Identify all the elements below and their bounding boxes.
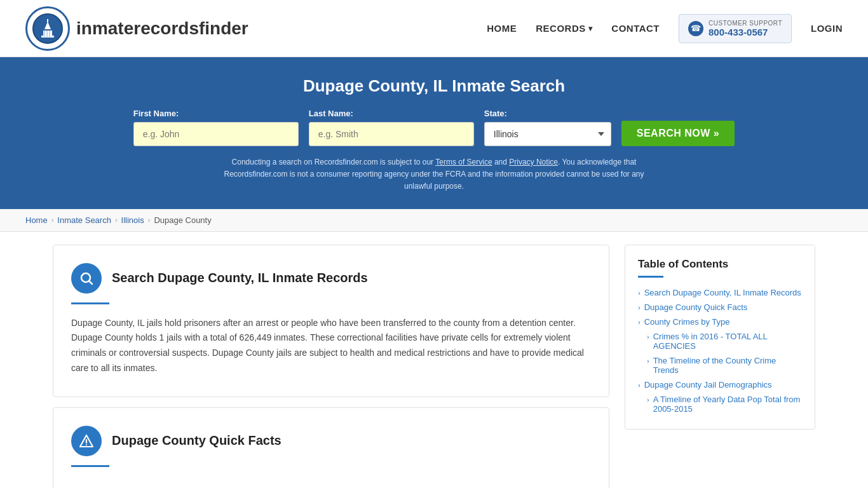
toc-link-6[interactable]: ›A Timeline of Yearly Data Pop Total fro…	[638, 395, 802, 414]
state-select[interactable]: Illinois	[484, 122, 611, 146]
toc-link-0[interactable]: ›Search Dupage County, IL Inmate Records	[638, 288, 802, 297]
breadcrumb-home[interactable]: Home	[25, 215, 48, 225]
table-of-contents: Table of Contents ›Search Dupage County,…	[625, 245, 815, 430]
login-button[interactable]: LOGIN	[811, 23, 843, 34]
alert-icon	[71, 426, 102, 456]
toc-title: Table of Contents	[638, 258, 802, 271]
toc-divider	[638, 276, 663, 278]
terms-link[interactable]: Terms of Service	[435, 158, 492, 166]
breadcrumb-inmate-search[interactable]: Inmate Search	[57, 215, 111, 225]
svg-rect-7	[49, 30, 50, 37]
toc-item: ›The Timeline of the County Crime Trends	[638, 356, 802, 375]
content-left: Search Dupage County, IL Inmate Records …	[53, 245, 609, 488]
customer-support-box[interactable]: ☎ CUSTOMER SUPPORT 800-433-0567	[679, 14, 792, 43]
toc-link-1[interactable]: ›Dupage County Quick Facts	[638, 302, 802, 312]
site-header: inmaterecordsfinder HOME RECORDS ▾ CONTA…	[0, 0, 868, 57]
toc-item: ›A Timeline of Yearly Data Pop Total fro…	[638, 395, 802, 414]
toc-item: ›County Crimes by Type	[638, 317, 802, 327]
toc-list: ›Search Dupage County, IL Inmate Records…	[638, 288, 802, 414]
chevron-right-icon: ›	[647, 357, 649, 365]
hero-section: Dupage County, IL Inmate Search First Na…	[0, 57, 868, 209]
hero-title: Dupage County, IL Inmate Search	[25, 76, 843, 96]
section2-title: Dupage County Quick Facts	[112, 433, 281, 448]
section-quick-facts: Dupage County Quick Facts	[53, 407, 609, 488]
chevron-right-icon: ›	[638, 318, 641, 326]
first-name-input[interactable]	[133, 122, 299, 146]
toc-box: Table of Contents ›Search Dupage County,…	[625, 245, 815, 430]
support-number: 800-433-0567	[709, 27, 782, 37]
phone-icon: ☎	[688, 21, 703, 36]
last-name-group: Last Name:	[309, 109, 474, 146]
toc-link-2[interactable]: ›County Crimes by Type	[638, 317, 802, 327]
logo-icon	[25, 6, 70, 51]
main-nav: HOME RECORDS ▾ CONTACT ☎ CUSTOMER SUPPOR…	[487, 14, 843, 43]
nav-contact[interactable]: CONTACT	[611, 23, 660, 34]
nav-records[interactable]: RECORDS ▾	[536, 23, 592, 34]
state-group: State: Illinois	[484, 109, 611, 146]
section1-header: Search Dupage County, IL Inmate Records	[71, 263, 591, 294]
toc-item: ›Dupage County Jail Demographics	[638, 380, 802, 390]
breadcrumb-illinois[interactable]: Illinois	[121, 215, 144, 225]
logo-bold-part: finder	[199, 18, 248, 38]
toc-link-5[interactable]: ›Dupage County Jail Demographics	[638, 380, 802, 390]
section2-header: Dupage County Quick Facts	[71, 426, 591, 456]
breadcrumb-sep-2: ›	[115, 216, 118, 224]
section-inmate-records: Search Dupage County, IL Inmate Records …	[53, 245, 609, 397]
breadcrumb: Home › Inmate Search › Illinois › Dupage…	[0, 209, 868, 232]
svg-rect-5	[44, 30, 45, 37]
search-form: First Name: Last Name: State: Illinois S…	[25, 109, 843, 146]
chevron-right-icon: ›	[647, 396, 649, 403]
breadcrumb-current: Dupage County	[154, 215, 211, 225]
section1-divider	[71, 302, 109, 304]
chevron-right-icon: ›	[647, 333, 649, 341]
section1-title: Search Dupage County, IL Inmate Records	[112, 271, 368, 285]
first-name-group: First Name:	[133, 109, 299, 146]
logo-text: inmaterecordsfinder	[76, 18, 248, 39]
first-name-label: First Name:	[133, 109, 179, 118]
chevron-right-icon: ›	[638, 304, 641, 311]
toc-link-4[interactable]: ›The Timeline of the County Crime Trends	[638, 356, 802, 375]
toc-link-3[interactable]: ›Crimes % in 2016 - TOTAL ALL AGENCIES	[638, 332, 802, 351]
chevron-right-icon: ›	[638, 289, 641, 297]
chevron-down-icon: ▾	[588, 24, 593, 33]
last-name-input[interactable]	[309, 122, 474, 146]
main-content: Search Dupage County, IL Inmate Records …	[27, 245, 841, 488]
svg-rect-6	[46, 30, 48, 37]
support-text: CUSTOMER SUPPORT 800-433-0567	[709, 20, 782, 37]
svg-point-11	[86, 444, 87, 445]
privacy-link[interactable]: Privacy Notice	[509, 158, 558, 166]
toc-item: ›Dupage County Quick Facts	[638, 302, 802, 312]
chevron-right-icon: ›	[638, 381, 641, 389]
svg-rect-4	[47, 19, 48, 22]
section1-body: Dupage County, IL jails hold prisoners a…	[71, 316, 591, 376]
nav-records-label: RECORDS	[536, 23, 586, 34]
toc-item: ›Search Dupage County, IL Inmate Records	[638, 288, 802, 297]
breadcrumb-sep-1: ›	[51, 216, 54, 224]
section2-divider	[71, 465, 109, 467]
svg-line-9	[90, 281, 93, 284]
support-label: CUSTOMER SUPPORT	[709, 20, 782, 27]
search-icon	[71, 263, 102, 294]
hero-disclaimer: Conducting a search on Recordsfinder.com…	[212, 156, 656, 193]
state-label: State:	[484, 109, 507, 118]
nav-home[interactable]: HOME	[487, 23, 517, 34]
logo-first-part: inmaterecords	[76, 18, 199, 38]
toc-item: ›Crimes % in 2016 - TOTAL ALL AGENCIES	[638, 332, 802, 351]
logo-area: inmaterecordsfinder	[25, 6, 248, 51]
last-name-label: Last Name:	[309, 109, 353, 118]
search-button[interactable]: SEARCH NOW »	[621, 121, 735, 146]
breadcrumb-sep-3: ›	[148, 216, 151, 224]
